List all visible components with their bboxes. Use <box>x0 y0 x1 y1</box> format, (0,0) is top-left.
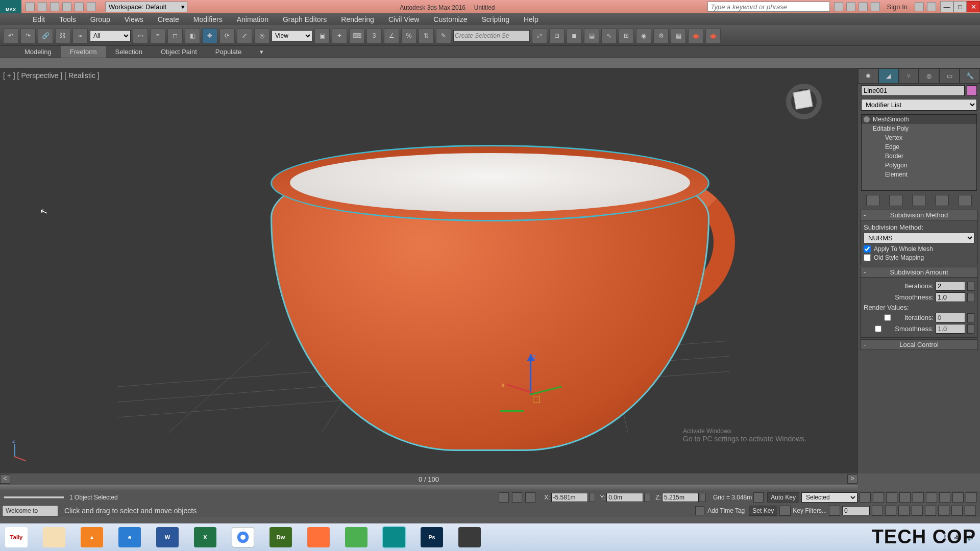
taskbar-app-word[interactable]: W <box>156 527 179 547</box>
communication-icon[interactable] <box>846 2 855 11</box>
workspace-dropdown[interactable]: Workspace: Default <box>105 2 187 12</box>
taskbar-app-ie[interactable]: e <box>118 527 141 547</box>
add-time-tag-button[interactable]: Add Time Tag <box>707 507 745 514</box>
link-icon[interactable] <box>87 2 96 11</box>
selection-filter-dropdown[interactable]: All <box>90 30 131 41</box>
layers-button[interactable]: ≣ <box>567 28 582 43</box>
nav1-icon[interactable] <box>926 492 937 503</box>
vp-zoom-extents-icon[interactable] <box>898 506 910 516</box>
percent-snap-button[interactable]: % <box>401 28 416 43</box>
menu-edit[interactable]: Edit <box>26 14 52 25</box>
select-scale-button[interactable]: ⤢ <box>237 28 252 43</box>
apply-whole-mesh-checkbox[interactable] <box>864 245 871 253</box>
show-end-result-icon[interactable] <box>889 195 902 206</box>
display-tab-icon[interactable]: ▭ <box>939 68 960 84</box>
nav2-icon[interactable] <box>939 492 950 503</box>
nav4-icon[interactable] <box>966 492 977 503</box>
selection-lock2-icon[interactable] <box>525 492 535 503</box>
bind-button[interactable]: ≈ <box>72 28 88 43</box>
y-spinner[interactable] <box>644 493 650 502</box>
vp-fov-icon[interactable] <box>925 506 936 516</box>
vp-zoom-icon[interactable] <box>872 506 883 516</box>
menu-graph-editors[interactable]: Graph Editors <box>276 14 334 25</box>
taskbar-app-vlc[interactable]: ▲ <box>81 527 103 547</box>
save-icon[interactable] <box>50 2 59 11</box>
taskbar-app-3dsmax[interactable] <box>383 527 405 547</box>
minimize-button[interactable]: — <box>940 1 953 12</box>
ref-coord-dropdown[interactable]: View <box>272 30 312 41</box>
taskbar-app-tally[interactable]: Tally <box>5 527 28 547</box>
keyboard-shortcut-button[interactable]: ⌨ <box>349 28 364 43</box>
goto-start-icon[interactable] <box>860 492 871 503</box>
modify-tab-icon[interactable]: ◢ <box>878 68 899 84</box>
ribbon-tab-selection[interactable]: Selection <box>106 46 152 58</box>
help-search-input[interactable] <box>707 2 830 12</box>
taskbar-app-other[interactable] <box>458 527 481 547</box>
object-name-input[interactable] <box>861 85 965 96</box>
ribbon-tab-freeform[interactable]: Freeform <box>61 46 106 58</box>
transform-y-input[interactable] <box>606 493 643 502</box>
spinner-snap-button[interactable]: ⇅ <box>419 28 434 43</box>
taskbar-app-photoshop[interactable]: Ps <box>421 527 443 547</box>
select-place-button[interactable]: ◎ <box>254 28 270 43</box>
transform-z-input[interactable] <box>662 493 699 502</box>
rollout-subdiv-amount[interactable]: Subdivision Amount <box>860 267 978 278</box>
unlink-button[interactable]: ⛓ <box>55 28 70 43</box>
edit-selection-button[interactable]: ✎ <box>436 28 451 43</box>
menu-views[interactable]: Views <box>117 14 151 25</box>
redo-icon[interactable] <box>75 2 84 11</box>
use-center-button[interactable]: ▣ <box>314 28 330 43</box>
x-spinner[interactable] <box>589 493 595 502</box>
menu-group[interactable]: Group <box>83 14 117 25</box>
ribbon-tab-modeling[interactable]: Modeling <box>15 46 61 58</box>
configure-sets-icon[interactable] <box>959 195 972 206</box>
subdiv-method-dropdown[interactable]: NURMS <box>864 232 974 244</box>
help-icon[interactable] <box>927 2 936 11</box>
user-icon[interactable] <box>871 2 880 11</box>
maximize-button[interactable]: □ <box>953 1 967 12</box>
curve-editor-button[interactable]: ∿ <box>601 28 617 43</box>
render-iterations-checkbox[interactable] <box>873 314 902 321</box>
select-region-button[interactable]: ◻ <box>167 28 183 43</box>
cup-object[interactable] <box>250 124 730 456</box>
time-prev-button[interactable]: < <box>0 474 10 484</box>
transform-x-input[interactable] <box>551 493 588 502</box>
visibility-toggle-icon[interactable] <box>864 116 870 122</box>
smoothness-input[interactable] <box>936 292 965 302</box>
snap-toggle-button[interactable]: 3 <box>366 28 382 43</box>
viewcube[interactable] <box>786 84 822 119</box>
prev-frame-icon[interactable] <box>873 492 884 503</box>
select-rotate-button[interactable]: ⟳ <box>219 28 235 43</box>
next-frame-icon[interactable] <box>899 492 911 503</box>
viewport-label[interactable]: [ + ] [ Perspective ] [ Realistic ] <box>3 71 100 80</box>
menu-animation[interactable]: Animation <box>230 14 276 25</box>
select-object-button[interactable]: ▭ <box>133 28 148 43</box>
perspective-viewport[interactable]: [ + ] [ Perspective ] [ Realistic ] ↖ z … <box>0 68 857 473</box>
vp-orbit-icon[interactable] <box>951 506 963 516</box>
taskbar-app-explorer[interactable] <box>43 527 65 547</box>
taskbar-app-corel[interactable] <box>345 527 368 547</box>
ribbon-tab-populate[interactable]: Populate <box>206 46 251 58</box>
rollout-subdiv-method[interactable]: Subdivision Method <box>860 210 978 220</box>
taskbar-app-firefox[interactable] <box>307 527 330 547</box>
menu-create[interactable]: Create <box>151 14 186 25</box>
object-color-swatch[interactable] <box>967 85 977 96</box>
current-frame-input[interactable] <box>842 506 870 515</box>
menu-civil-view[interactable]: Civil View <box>381 14 426 25</box>
undo-icon[interactable] <box>62 2 71 11</box>
iterations-spinner[interactable] <box>967 282 974 291</box>
render-button[interactable]: 🫖 <box>688 28 703 43</box>
menu-rendering[interactable]: Rendering <box>334 14 381 25</box>
link-button[interactable]: 🔗 <box>38 28 53 43</box>
menu-modifiers[interactable]: Modifiers <box>186 14 230 25</box>
vp-pan-icon[interactable] <box>938 506 949 516</box>
render-iter-spinner[interactable] <box>967 313 974 322</box>
menu-help[interactable]: Help <box>517 14 546 25</box>
undo-button[interactable]: ↶ <box>3 28 18 43</box>
set-key-button[interactable]: Set Key <box>749 506 777 516</box>
modifier-stack[interactable]: MeshSmooth Editable Poly Vertex Edge Bor… <box>861 114 977 191</box>
window-crossing-button[interactable]: ◧ <box>185 28 200 43</box>
auto-key-button[interactable]: Auto Key <box>767 492 799 503</box>
make-unique-icon[interactable] <box>912 195 925 206</box>
rollout-local-control[interactable]: Local Control <box>860 339 978 350</box>
